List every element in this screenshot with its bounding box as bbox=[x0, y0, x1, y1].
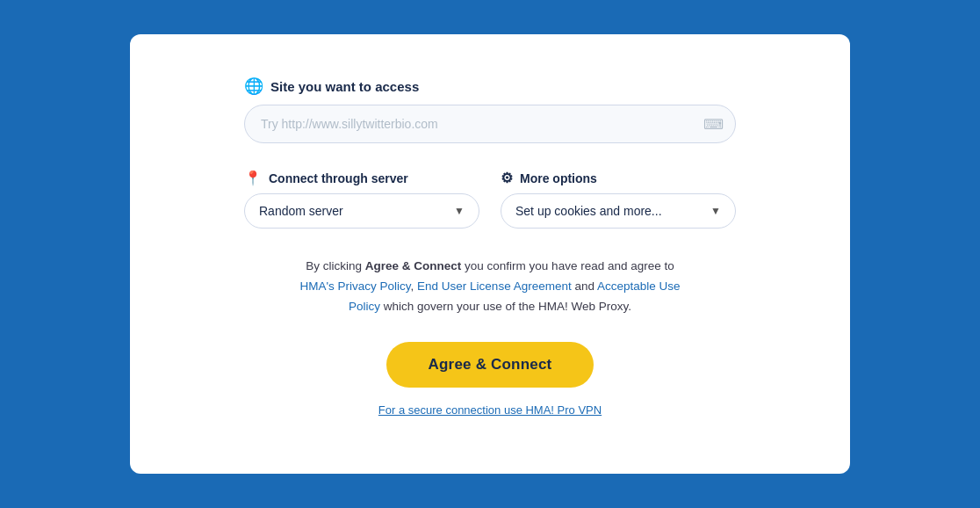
eula-link[interactable]: End User License Agreement bbox=[417, 279, 572, 293]
more-options-dropdown[interactable]: Set up cookies and more... ▼ bbox=[501, 193, 736, 229]
keyboard-icon: ⌨ bbox=[703, 116, 724, 133]
more-options-label: ⚙ More options bbox=[501, 170, 736, 186]
server-col: 📍 Connect through server Random server ▼ bbox=[244, 170, 479, 229]
legal-middle: you confirm you have read and agree to bbox=[461, 259, 674, 272]
site-label-text: Site you want to access bbox=[270, 79, 419, 94]
site-section: 🌐 Site you want to access ⌨ bbox=[244, 76, 736, 143]
more-options-label-text: More options bbox=[520, 171, 597, 185]
site-label: 🌐 Site you want to access bbox=[244, 76, 736, 96]
legal-separator: , bbox=[411, 279, 418, 293]
legal-prefix: By clicking bbox=[306, 259, 365, 272]
pin-icon: 📍 bbox=[244, 170, 262, 186]
more-options-dropdown-value: Set up cookies and more... bbox=[515, 204, 662, 218]
more-options-col: ⚙ More options Set up cookies and more..… bbox=[501, 170, 736, 229]
agree-connect-button[interactable]: Agree & Connect bbox=[386, 342, 594, 388]
legal-text: By clicking Agree & Connect you confirm … bbox=[288, 257, 692, 317]
url-input-wrapper: ⌨ bbox=[244, 105, 736, 143]
chevron-down-icon-2: ▼ bbox=[710, 205, 721, 217]
legal-suffix: which govern your use of the HMA! Web Pr… bbox=[380, 300, 631, 313]
server-label-text: Connect through server bbox=[269, 171, 408, 185]
server-label: 📍 Connect through server bbox=[244, 170, 479, 186]
main-card: 🌐 Site you want to access ⌨ 📍 Connect th… bbox=[130, 34, 850, 474]
privacy-policy-link[interactable]: HMA's Privacy Policy bbox=[299, 279, 410, 293]
options-row: 📍 Connect through server Random server ▼… bbox=[244, 170, 736, 229]
gear-icon: ⚙ bbox=[501, 170, 513, 186]
pro-vpn-link[interactable]: For a secure connection use HMA! Pro VPN bbox=[378, 403, 602, 417]
server-dropdown-value: Random server bbox=[259, 204, 343, 218]
server-dropdown[interactable]: Random server ▼ bbox=[244, 193, 479, 229]
chevron-down-icon: ▼ bbox=[454, 205, 465, 217]
legal-and: and bbox=[572, 279, 597, 293]
url-input[interactable] bbox=[244, 105, 736, 143]
globe-icon: 🌐 bbox=[244, 76, 263, 96]
legal-agree-text: Agree & Connect bbox=[365, 259, 462, 272]
